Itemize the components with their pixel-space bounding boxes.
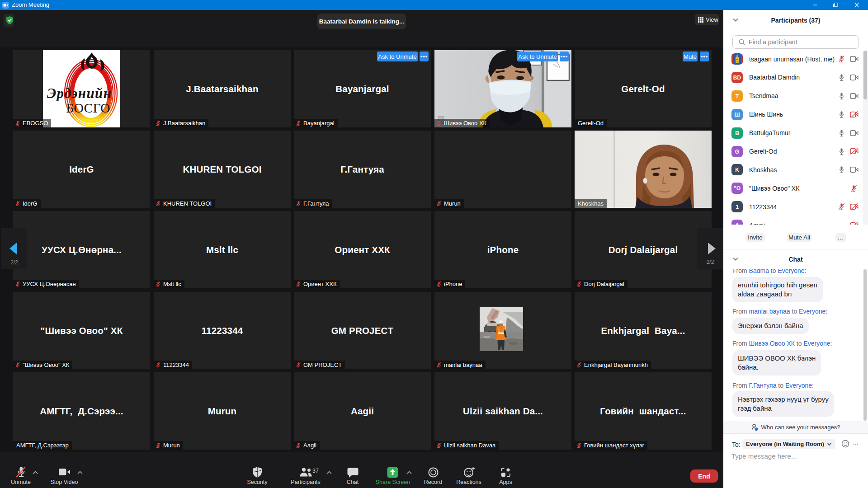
svg-text:БОСГО: БОСГО (66, 100, 110, 115)
svg-text:Эрдэнийн: Эрдэнийн (47, 85, 111, 101)
